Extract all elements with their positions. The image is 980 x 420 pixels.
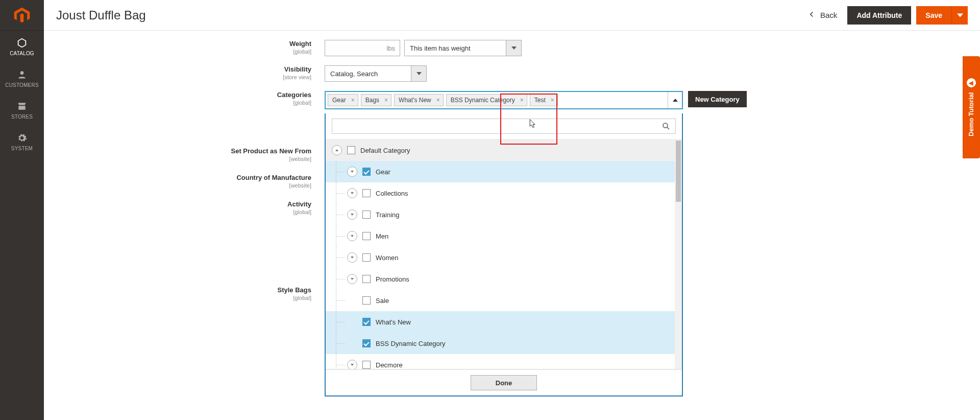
- nav-label: STORES: [11, 114, 33, 120]
- category-tree-item[interactable]: BSS Dynamic Category: [326, 333, 682, 354]
- collapse-icon[interactable]: [332, 145, 342, 155]
- add-attribute-button[interactable]: Add Attribute: [847, 6, 911, 25]
- category-checkbox[interactable]: [362, 232, 371, 240]
- weight-type-select[interactable]: This item has weight: [404, 40, 506, 56]
- label-visibility: Visibility: [44, 65, 311, 73]
- scope-activity: [global]: [44, 209, 311, 215]
- nav-label: CUSTOMERS: [5, 82, 39, 88]
- magento-logo[interactable]: [0, 0, 44, 31]
- category-search: [326, 113, 682, 139]
- scope-categories: [global]: [44, 100, 311, 106]
- expand-icon[interactable]: [347, 274, 357, 284]
- label-new-from: Set Product as New From: [44, 147, 311, 155]
- categories-done-button[interactable]: Done: [471, 375, 537, 390]
- category-token[interactable]: BSS Dynamic Category×: [446, 94, 527, 106]
- tree-spacer: [347, 317, 357, 327]
- visibility-toggle[interactable]: [411, 65, 427, 82]
- field-weight: Weight [global] lbs This item has weight: [44, 40, 980, 56]
- category-tree-item[interactable]: Training: [326, 204, 682, 225]
- category-tree-item[interactable]: Gear: [326, 161, 682, 182]
- tree-scrollbar[interactable]: [675, 139, 682, 369]
- label-weight: Weight: [44, 40, 311, 48]
- magento-logo-icon: [13, 7, 31, 24]
- demo-tutorial-label: Demo Tutorial: [968, 92, 975, 136]
- category-checkbox[interactable]: [347, 146, 355, 154]
- scope-new-from: [website]: [44, 156, 311, 162]
- category-checkbox[interactable]: [362, 211, 371, 219]
- category-token[interactable]: Test×: [530, 94, 558, 106]
- category-tree[interactable]: Default CategoryGearCollectionsTrainingM…: [326, 139, 682, 369]
- nav-catalog[interactable]: CATALOG: [0, 31, 44, 62]
- save-dropdown-toggle[interactable]: [951, 6, 968, 25]
- category-tree-label: Training: [376, 211, 682, 219]
- weight-type-toggle[interactable]: [506, 40, 522, 56]
- category-tree-label: Decmore: [376, 361, 682, 369]
- storefront-icon: [16, 101, 28, 112]
- back-button[interactable]: Back: [802, 10, 842, 20]
- svg-marker-1: [20, 13, 24, 22]
- expand-icon[interactable]: [347, 360, 357, 369]
- person-icon: [16, 69, 28, 80]
- nav-system[interactable]: SYSTEM: [0, 126, 44, 157]
- label-country: Country of Manufacture: [44, 174, 311, 181]
- category-checkbox[interactable]: [362, 361, 371, 369]
- category-tree-item[interactable]: Collections: [326, 182, 682, 204]
- new-category-button[interactable]: New Category: [688, 91, 747, 107]
- category-token[interactable]: Bags×: [361, 94, 391, 106]
- nav-label: CATALOG: [10, 51, 34, 56]
- category-token[interactable]: What's New×: [394, 94, 444, 106]
- field-visibility: Visibility [store view] Catalog, Search: [44, 65, 980, 82]
- remove-token-icon[interactable]: ×: [351, 97, 355, 104]
- categories-multiselect[interactable]: Gear×Bags×What's New×BSS Dynamic Categor…: [325, 91, 683, 109]
- remove-token-icon[interactable]: ×: [384, 97, 388, 104]
- remove-token-icon[interactable]: ×: [436, 97, 440, 104]
- demo-tutorial-tab[interactable]: Demo Tutorial ◀: [963, 56, 980, 158]
- gear-icon: [16, 132, 28, 144]
- category-tree-item[interactable]: Default Category: [326, 139, 682, 161]
- category-tree-item[interactable]: Men: [326, 225, 682, 247]
- category-tree-label: Collections: [376, 190, 682, 197]
- svg-point-3: [663, 123, 668, 128]
- page-header: Joust Duffle Bag Back Add Attribute Save: [44, 0, 980, 31]
- scope-style: [global]: [44, 295, 311, 301]
- weight-type-value: This item has weight: [410, 44, 471, 52]
- category-tree-label: What's New: [376, 318, 682, 326]
- category-tree-item[interactable]: Women: [326, 247, 682, 268]
- category-checkbox[interactable]: [362, 168, 371, 176]
- scrollbar-thumb[interactable]: [676, 141, 681, 202]
- category-checkbox[interactable]: [362, 296, 371, 305]
- category-token[interactable]: Gear×: [328, 94, 358, 106]
- remove-token-icon[interactable]: ×: [520, 97, 524, 104]
- caret-down-icon: [957, 12, 963, 18]
- expand-icon[interactable]: [347, 231, 357, 241]
- tree-spacer: [347, 338, 357, 348]
- category-checkbox[interactable]: [362, 339, 371, 347]
- expand-icon[interactable]: [347, 188, 357, 198]
- category-tree-item[interactable]: Promotions: [326, 268, 682, 290]
- weight-input[interactable]: [325, 40, 400, 56]
- remove-token-icon[interactable]: ×: [551, 97, 554, 104]
- category-tree-label: Sale: [376, 297, 682, 305]
- category-tree-item[interactable]: What's New: [326, 311, 682, 333]
- expand-icon[interactable]: [347, 209, 357, 220]
- category-checkbox[interactable]: [362, 275, 371, 283]
- category-checkbox[interactable]: [362, 318, 371, 326]
- save-button[interactable]: Save: [916, 6, 951, 25]
- category-tree-item[interactable]: Sale: [326, 290, 682, 311]
- nav-customers[interactable]: CUSTOMERS: [0, 62, 44, 94]
- category-token-label: Test: [534, 97, 546, 104]
- category-tree-item[interactable]: Decmore: [326, 354, 682, 369]
- category-checkbox[interactable]: [362, 189, 371, 197]
- categories-dropdown: Default CategoryGearCollectionsTrainingM…: [325, 113, 683, 396]
- category-search-input[interactable]: [332, 119, 676, 134]
- category-token-label: Gear: [332, 97, 346, 104]
- visibility-select[interactable]: Catalog, Search: [325, 65, 411, 82]
- label-style: Style Bags: [44, 286, 311, 294]
- expand-icon[interactable]: [347, 167, 357, 177]
- category-checkbox[interactable]: [362, 253, 371, 262]
- nav-stores[interactable]: STORES: [0, 94, 44, 126]
- categories-dropdown-toggle[interactable]: [668, 92, 682, 108]
- expand-icon[interactable]: [347, 252, 357, 263]
- label-categories: Categories: [44, 91, 311, 99]
- field-categories: Categories [global] Gear×Bags×What's New…: [44, 91, 980, 396]
